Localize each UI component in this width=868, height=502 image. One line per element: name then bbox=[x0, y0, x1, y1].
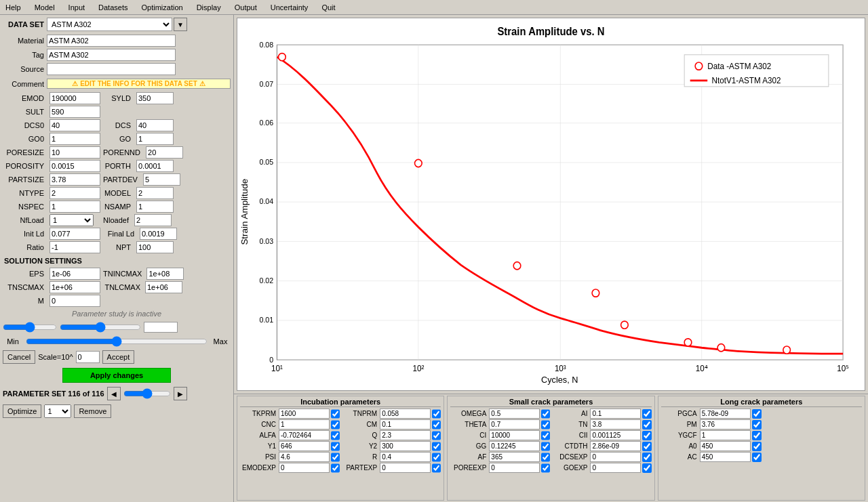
menu-input[interactable]: Input bbox=[66, 2, 87, 13]
menu-display[interactable]: Display bbox=[194, 2, 224, 13]
porosity-input[interactable] bbox=[50, 160, 100, 172]
dcs-input[interactable] bbox=[136, 119, 174, 131]
tkprm-input[interactable] bbox=[279, 409, 330, 419]
partexp-input[interactable] bbox=[380, 463, 431, 473]
y2-check[interactable] bbox=[432, 442, 441, 451]
accept-btn[interactable]: Accept bbox=[102, 350, 135, 364]
pgca-check[interactable] bbox=[752, 409, 762, 419]
ai-input[interactable] bbox=[590, 409, 641, 419]
scale-input[interactable] bbox=[76, 351, 100, 363]
poreexp-check[interactable] bbox=[541, 463, 550, 473]
param-set-next-btn[interactable]: ▶ bbox=[174, 387, 187, 400]
dcs0-input[interactable] bbox=[50, 119, 100, 131]
theta-check[interactable] bbox=[541, 420, 550, 430]
menu-uncertainty[interactable]: Uncertainty bbox=[268, 2, 311, 13]
y1-check[interactable] bbox=[331, 442, 340, 451]
tnprm-input[interactable] bbox=[380, 409, 431, 419]
param-set-slider[interactable] bbox=[123, 388, 171, 399]
menu-help[interactable]: Help bbox=[3, 2, 24, 13]
finalld-input[interactable] bbox=[140, 228, 177, 240]
poreexp-input[interactable] bbox=[489, 463, 540, 473]
initld-input[interactable] bbox=[50, 228, 100, 240]
a0-check[interactable] bbox=[752, 442, 762, 451]
dcsexp-check[interactable] bbox=[642, 453, 651, 462]
r-check[interactable] bbox=[432, 453, 441, 462]
param-slider-left[interactable] bbox=[3, 322, 57, 333]
npt-input[interactable] bbox=[136, 241, 174, 253]
optimize-select[interactable]: 1 bbox=[44, 404, 71, 418]
pm-check[interactable] bbox=[752, 420, 762, 430]
minmax-slider[interactable] bbox=[26, 337, 208, 346]
ci-input[interactable] bbox=[489, 430, 540, 440]
emod-input[interactable] bbox=[50, 92, 100, 104]
m-input[interactable] bbox=[50, 295, 100, 307]
af-check[interactable] bbox=[541, 453, 550, 462]
af-input[interactable] bbox=[489, 452, 540, 462]
emodexp-input[interactable] bbox=[279, 463, 330, 473]
pgca-input[interactable] bbox=[700, 409, 751, 419]
tn-check[interactable] bbox=[642, 420, 651, 430]
porennd-input[interactable] bbox=[146, 146, 183, 159]
eps-input[interactable] bbox=[50, 268, 100, 280]
ygcf-input[interactable] bbox=[700, 430, 751, 440]
partsize-input[interactable] bbox=[50, 173, 100, 186]
source-input[interactable] bbox=[47, 63, 176, 75]
psi-input[interactable] bbox=[279, 452, 330, 462]
y2-input[interactable] bbox=[380, 441, 431, 451]
ntype-input[interactable] bbox=[50, 187, 100, 199]
alfa-check[interactable] bbox=[331, 431, 340, 440]
sult-input[interactable] bbox=[50, 106, 100, 118]
dataset-dropdown-btn[interactable]: ▼ bbox=[174, 18, 187, 31]
tnscmax-input[interactable] bbox=[50, 281, 100, 293]
nsamp-input[interactable] bbox=[136, 201, 174, 213]
theta-input[interactable] bbox=[489, 419, 540, 430]
r-input[interactable] bbox=[380, 452, 431, 462]
q-input[interactable] bbox=[380, 430, 431, 440]
cnc-check[interactable] bbox=[331, 420, 340, 430]
pm-input[interactable] bbox=[700, 419, 751, 430]
tag-input[interactable] bbox=[47, 49, 176, 61]
go0-input[interactable] bbox=[50, 133, 100, 145]
goexp-input[interactable] bbox=[590, 463, 641, 473]
ac-check[interactable] bbox=[752, 453, 762, 462]
cnc-input[interactable] bbox=[279, 419, 330, 430]
ai-check[interactable] bbox=[642, 409, 651, 419]
dataset-select[interactable]: ASTM A302 bbox=[47, 18, 172, 31]
model-input[interactable] bbox=[136, 187, 174, 199]
partdev-input[interactable] bbox=[143, 173, 180, 186]
apply-changes-btn[interactable]: Apply changes bbox=[62, 368, 171, 383]
cm-check[interactable] bbox=[432, 420, 441, 430]
nfload-select[interactable]: 1 bbox=[50, 214, 94, 226]
poresize-input[interactable] bbox=[50, 146, 100, 159]
ctdth-check[interactable] bbox=[642, 442, 651, 451]
gg-check[interactable] bbox=[541, 442, 550, 451]
menu-datasets[interactable]: Datasets bbox=[96, 2, 130, 13]
material-input[interactable] bbox=[47, 35, 176, 47]
ac-input[interactable] bbox=[700, 452, 751, 462]
ygcf-check[interactable] bbox=[752, 431, 762, 440]
ctdth-input[interactable] bbox=[590, 441, 641, 451]
nloadef-input[interactable] bbox=[134, 214, 172, 226]
a0-input[interactable] bbox=[700, 441, 751, 451]
ratio-input[interactable] bbox=[50, 241, 100, 253]
menu-model[interactable]: Model bbox=[32, 2, 58, 13]
ci-check[interactable] bbox=[541, 431, 550, 440]
tnprm-check[interactable] bbox=[432, 409, 441, 419]
goexp-check[interactable] bbox=[642, 463, 651, 473]
cancel-btn[interactable]: Cancel bbox=[3, 350, 35, 364]
psi-check[interactable] bbox=[331, 453, 340, 462]
gg-input[interactable] bbox=[489, 441, 540, 451]
tnincmax-input[interactable] bbox=[146, 268, 184, 280]
emodexp-check[interactable] bbox=[331, 463, 340, 473]
param-set-prev-btn[interactable]: ◀ bbox=[107, 387, 121, 400]
tkprm-check[interactable] bbox=[331, 409, 340, 419]
go-input[interactable] bbox=[136, 133, 174, 145]
param-slider-val[interactable] bbox=[144, 322, 178, 333]
tn-input[interactable] bbox=[590, 419, 641, 430]
optimize-btn[interactable]: Optimize bbox=[3, 404, 41, 418]
remove-btn[interactable]: Remove bbox=[74, 404, 111, 418]
cii-check[interactable] bbox=[642, 431, 651, 440]
cii-input[interactable] bbox=[590, 430, 641, 440]
param-slider-right[interactable] bbox=[60, 322, 141, 333]
dcsexp-input[interactable] bbox=[590, 452, 641, 462]
